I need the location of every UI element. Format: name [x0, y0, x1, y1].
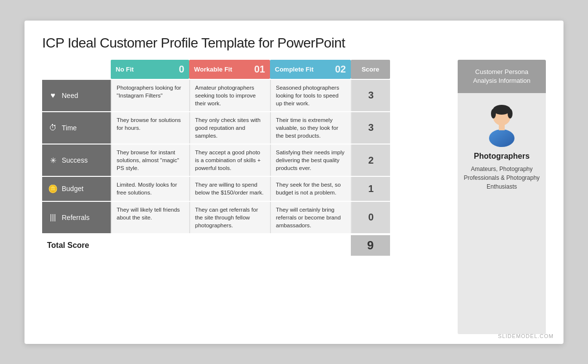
table-row: 🪙 Budget Limited. Mostly looks for free … — [42, 177, 451, 200]
cell-workable-budget: They are willing to spend below the $150… — [189, 177, 270, 200]
table-row: ||| Referrals They will likely tell frie… — [42, 202, 451, 233]
complete-fit-number: 02 — [335, 64, 346, 75]
header-workable-fit: Workable Fit 01 — [189, 60, 270, 79]
row-label-text-success: Success — [62, 156, 88, 164]
cell-complete-referrals: They will certainly bring referrals or b… — [270, 202, 351, 233]
score-cell-success: 2 — [351, 145, 390, 176]
svg-rect-5 — [499, 124, 505, 130]
score-cell-budget: 1 — [351, 177, 390, 200]
svg-point-3 — [508, 109, 513, 119]
cell-no-fit-time: They browse for solutions for hours. — [111, 112, 189, 144]
table-row: ♥ Need Photographers looking for "Instag… — [42, 80, 451, 111]
table-row: ⏱ Time They browse for solutions for hou… — [42, 112, 451, 144]
score-cell-need: 3 — [351, 80, 390, 111]
score-cell-referrals: 0 — [351, 202, 390, 233]
persona-panel: Customer Persona Analysis Information — [458, 60, 546, 334]
row-label-text-referrals: Referrals — [62, 214, 90, 221]
table-row: ✳ Success They browse for instant soluti… — [42, 145, 451, 176]
row-label-success: ✳ Success — [42, 145, 111, 176]
cell-no-fit-success: They browse for instant solutions, almos… — [111, 145, 189, 176]
persona-header: Customer Persona Analysis Information — [458, 60, 546, 93]
row-label-time: ⏱ Time — [42, 112, 111, 144]
persona-name: Photographers — [474, 152, 530, 161]
watermark: SLIDEMODEL.COM — [498, 333, 554, 339]
complete-fit-label: Complete Fit — [275, 66, 314, 73]
header-row: No Fit 0 Workable Fit 01 Complete Fit 02… — [42, 60, 451, 79]
score-cell-time: 3 — [351, 112, 390, 144]
header-complete-fit: Complete Fit 02 — [270, 60, 351, 79]
avatar — [480, 103, 524, 147]
cell-complete-need: Seasoned photographers looking for tools… — [270, 80, 351, 111]
cell-complete-budget: They seek for the best, so budget is not… — [270, 177, 351, 200]
workable-fit-label: Workable Fit — [194, 66, 232, 73]
cell-complete-time: Their time is extremely valuable, so the… — [270, 112, 351, 144]
cell-workable-need: Amateur photographers seeking tools to i… — [189, 80, 270, 111]
cell-no-fit-referrals: They will likely tell friends about the … — [111, 202, 189, 233]
total-label: Total Score — [42, 235, 351, 256]
no-fit-label: No Fit — [116, 66, 134, 73]
slide: ICP Ideal Customer Profile Template for … — [24, 21, 564, 344]
cell-workable-referrals: They can get referrals for the site thro… — [189, 202, 270, 233]
header-no-fit: No Fit 0 — [111, 60, 189, 79]
row-label-referrals: ||| Referrals — [42, 202, 111, 233]
cell-workable-time: They only check sites with good reputati… — [189, 112, 270, 144]
persona-description: Amateurs, Photography Professionals & Ph… — [458, 165, 546, 191]
header-score: Score — [351, 60, 390, 79]
cell-workable-success: They accept a good photo is a combinatio… — [189, 145, 270, 176]
need-icon: ♥ — [48, 91, 58, 100]
row-label-need: ♥ Need — [42, 80, 111, 111]
workable-fit-number: 01 — [254, 64, 265, 75]
cell-no-fit-need: Photographers looking for "Instagram Fil… — [111, 80, 189, 111]
header-empty — [42, 60, 111, 79]
score-label: Score — [362, 66, 379, 73]
time-icon: ⏱ — [48, 123, 58, 132]
svg-point-2 — [491, 109, 496, 119]
total-score: 9 — [351, 235, 390, 256]
total-row: Total Score 9 — [42, 235, 451, 256]
row-label-budget: 🪙 Budget — [42, 177, 111, 200]
slide-title: ICP Ideal Customer Profile Template for … — [42, 35, 546, 51]
table-section: No Fit 0 Workable Fit 01 Complete Fit 02… — [42, 60, 451, 334]
main-content: No Fit 0 Workable Fit 01 Complete Fit 02… — [42, 60, 546, 334]
referrals-icon: ||| — [48, 213, 58, 222]
budget-icon: 🪙 — [48, 184, 58, 194]
row-label-text-need: Need — [62, 92, 78, 99]
row-label-text-time: Time — [62, 124, 77, 132]
row-label-text-budget: Budget — [62, 185, 83, 193]
success-icon: ✳ — [48, 156, 58, 165]
cell-no-fit-budget: Limited. Mostly looks for free solutions… — [111, 177, 189, 200]
no-fit-number: 0 — [179, 64, 184, 75]
data-rows-container: ♥ Need Photographers looking for "Instag… — [42, 80, 451, 234]
cell-complete-success: Satisfying their needs imply delivering … — [270, 145, 351, 176]
svg-point-4 — [489, 129, 514, 147]
